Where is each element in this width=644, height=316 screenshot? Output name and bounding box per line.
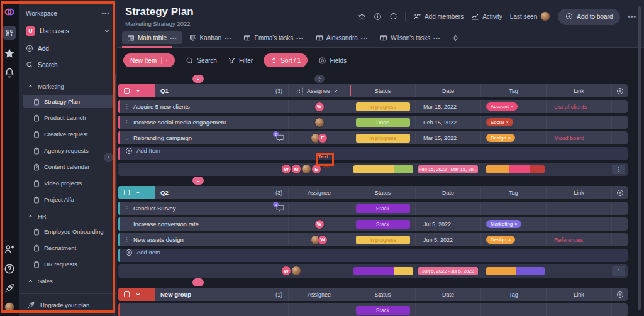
tag-cell[interactable]: [480, 303, 546, 316]
star-icon[interactable]: [358, 13, 366, 21]
item-name-cell[interactable]: ⋮Rebranding campaign2: [118, 131, 288, 144]
group-collapse-icon[interactable]: [135, 291, 141, 297]
board-menu-icon[interactable]: •••: [628, 13, 636, 20]
tag-pill[interactable]: Account×: [486, 102, 518, 111]
tag-pill[interactable]: Design×: [486, 134, 515, 142]
avatar-initial-M[interactable]: M: [291, 164, 301, 174]
summary-status-bar[interactable]: [353, 165, 413, 173]
group-collapse-icon[interactable]: [135, 190, 141, 195]
assignee-cell[interactable]: W: [288, 100, 350, 113]
sidebar-section-sales[interactable]: Sales: [23, 275, 113, 286]
column-header-status[interactable]: Status: [350, 186, 415, 199]
status-pill[interactable]: In progress: [356, 134, 410, 143]
column-header-tag[interactable]: Tag: [480, 186, 546, 199]
table-row[interactable]: ⋮New assets designWIn progressJun 5, 202…: [118, 233, 628, 246]
invite-member-icon[interactable]: [4, 244, 15, 255]
main-scrollbar[interactable]: [638, 6, 641, 310]
assignee-cell[interactable]: [288, 303, 350, 316]
sidebar-item-creative-request[interactable]: Creative request: [23, 128, 113, 141]
item-name-cell[interactable]: ⋮Increase social media engagement: [118, 116, 288, 129]
tab-aleksandra[interactable]: Aleksandra•••: [311, 31, 373, 44]
status-pill[interactable]: Stack: [356, 204, 410, 213]
group-collapse-badge[interactable]: [192, 177, 204, 185]
notifications-bell-icon[interactable]: [4, 67, 15, 79]
status-cell[interactable]: Stack: [350, 217, 415, 231]
avatar-initial-E[interactable]: E: [318, 133, 328, 143]
tab-wilson-s-tasks[interactable]: Wilson's tasks•••: [375, 31, 445, 44]
date-cell[interactable]: Mar 15, 2022: [415, 131, 480, 144]
add-item-row[interactable]: Add Item: [118, 249, 628, 262]
sidebar-section-marketing[interactable]: Marketing: [23, 80, 113, 92]
sort-button[interactable]: Sort / 1: [264, 53, 308, 67]
assignee-cell[interactable]: W: [288, 217, 350, 231]
sidebar-section-hr[interactable]: HR: [23, 210, 113, 222]
sidebar-item-product-launch[interactable]: Product Launch: [23, 111, 113, 124]
tab-emma-s-tasks[interactable]: Emma's tasks•••: [238, 31, 308, 44]
chat-bubble-icon[interactable]: 2: [275, 133, 285, 142]
row-drag-icon[interactable]: ⋮: [120, 307, 133, 313]
sidebar-item-video-projects[interactable]: Video projects: [23, 177, 113, 190]
search-button[interactable]: Search: [186, 57, 217, 65]
avatar-photo[interactable]: [291, 266, 301, 276]
item-name-cell[interactable]: ⋮Conduct Survey2: [118, 202, 288, 215]
row-drag-icon[interactable]: ⋮: [120, 205, 133, 211]
tag-cell[interactable]: Design×: [480, 131, 546, 144]
tab-kanban[interactable]: Kanban•••: [184, 31, 237, 44]
row-drag-icon[interactable]: ⋮: [120, 119, 133, 125]
group-checkbox[interactable]: [124, 291, 130, 297]
row-drag-icon[interactable]: ⋮: [120, 135, 133, 141]
link-cell[interactable]: [546, 303, 611, 316]
status-cell[interactable]: Done: [350, 116, 415, 129]
sidebar-item-employee-onboarding[interactable]: Employee Onboarding: [23, 225, 113, 238]
avatar-initial-W[interactable]: W: [281, 164, 291, 174]
status-pill[interactable]: Done: [356, 118, 410, 127]
status-pill[interactable]: In progress: [356, 236, 410, 244]
avatar-initial-W[interactable]: W: [314, 102, 325, 112]
tag-pill[interactable]: Design×: [486, 236, 515, 244]
avatar-initial-W[interactable]: W: [318, 235, 328, 245]
filter-button[interactable]: Filter: [228, 57, 253, 65]
status-cell[interactable]: Stack: [350, 303, 415, 316]
tag-cell[interactable]: Design×: [480, 233, 546, 246]
tab-menu-icon[interactable]: •••: [296, 35, 303, 41]
gear-icon[interactable]: [452, 34, 460, 42]
item-name-cell[interactable]: ⋮New assets design: [118, 233, 288, 246]
row-drag-icon[interactable]: ⋮: [120, 104, 133, 109]
table-row[interactable]: ⋮Rebranding campaign2EIn progressMar 15,…: [118, 131, 628, 144]
sidebar-item-hr-requests[interactable]: HR requests: [23, 258, 113, 271]
date-cell[interactable]: Jul 5, 2022: [415, 217, 480, 231]
column-header-status[interactable]: Status: [350, 84, 415, 97]
tag-pill[interactable]: Marketing×: [486, 220, 521, 228]
summary-date-range[interactable]: Jun 5, 2022 - Jul 5, 2022: [418, 267, 478, 275]
tag-remove-icon[interactable]: ×: [508, 237, 511, 242]
add-column-button[interactable]: [611, 186, 628, 199]
tag-cell[interactable]: Account×: [480, 100, 546, 113]
status-cell[interactable]: In progress: [350, 100, 415, 113]
help-icon[interactable]: [4, 263, 15, 275]
avatar-initial-W[interactable]: W: [314, 219, 325, 229]
boards-icon[interactable]: [3, 26, 16, 40]
tab-menu-icon[interactable]: •••: [225, 35, 231, 41]
last-seen[interactable]: Last seen: [510, 11, 550, 21]
tab-main-table[interactable]: Main table•••: [122, 31, 182, 44]
row-drag-icon[interactable]: ⋮: [120, 237, 133, 242]
status-cell[interactable]: Stack: [350, 202, 415, 215]
avatar-initial-W[interactable]: W: [281, 266, 291, 276]
assignee-cell[interactable]: W: [288, 233, 350, 246]
table-row[interactable]: ⋮Conduct Survey2Stack: [118, 202, 628, 215]
new-item-caret-icon[interactable]: [161, 57, 168, 64]
add-column-button[interactable]: [611, 84, 628, 97]
assignee-cell[interactable]: E: [288, 131, 350, 144]
tag-pill[interactable]: Social×: [486, 118, 513, 126]
add-board-button[interactable]: Add: [19, 41, 117, 55]
add-column-button[interactable]: [611, 288, 628, 301]
item-name-cell[interactable]: ⋮Increase conversion rate: [118, 217, 288, 231]
sync-icon[interactable]: [389, 13, 397, 21]
summary-menu-button[interactable]: ⋮: [612, 266, 625, 276]
upgrade-rocket-icon[interactable]: [4, 283, 15, 294]
column-header-link[interactable]: Link: [546, 288, 611, 301]
link-cell[interactable]: List of clients: [546, 100, 611, 113]
item-name-cell[interactable]: ⋮: [118, 303, 288, 316]
column-header-link[interactable]: Link: [546, 186, 611, 199]
status-cell[interactable]: In progress: [350, 131, 415, 144]
